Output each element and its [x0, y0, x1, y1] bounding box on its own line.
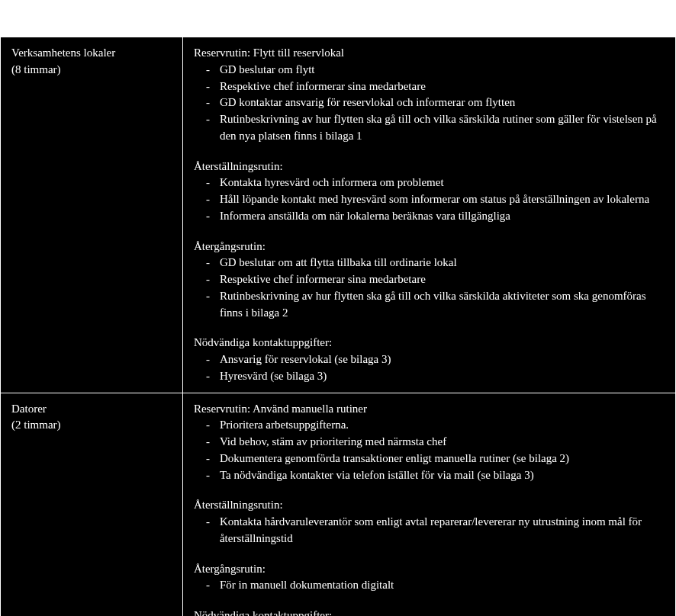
section-list: Prioritera arbetsuppgifterna.Vid behov, …	[194, 417, 665, 483]
list-item: Hyresvärd (se bilaga 3)	[194, 368, 665, 385]
table-row: Verksamhetens lokaler(8 timmar)Reservrut…	[1, 37, 676, 393]
list-item: För in manuell dokumentation digitalt	[194, 577, 665, 594]
section-list: Kontakta hårdvaruleverantör som enligt a…	[194, 514, 665, 547]
section-heading: Reservrutin: Flytt till reservlokal	[194, 45, 665, 62]
section-heading: Återställningsrutin:	[194, 159, 665, 175]
section-heading: Reservrutin: Använd manuella rutiner	[194, 401, 665, 418]
list-item: GD beslutar om flytt	[194, 62, 665, 79]
routine-section: Återgångsrutin:För in manuell dokumentat…	[194, 561, 665, 595]
section-heading: Återgångsrutin:	[194, 561, 665, 578]
list-item: Ta nödvändiga kontakter via telefon istä…	[194, 467, 665, 484]
list-item: Håll löpande kontakt med hyresvärd som i…	[194, 191, 665, 208]
list-item: Respektive chef informerar sina medarbet…	[194, 79, 665, 95]
section-list: Kontakta hyresvärd och informera om prob…	[194, 175, 665, 224]
list-item: Respektive chef informerar sina medarbet…	[194, 271, 665, 288]
section-list: Ansvarig för reservlokal (se bilaga 3)Hy…	[194, 351, 665, 385]
resource-cell: Verksamhetens lokaler(8 timmar)	[1, 37, 183, 393]
list-item: Dokumentera genomförda transaktioner enl…	[194, 451, 665, 467]
routine-section: Reservrutin: Flytt till reservlokalGD be…	[194, 45, 665, 145]
routine-section: Återställningsrutin:Kontakta hyresvärd o…	[194, 159, 665, 225]
list-item: GD kontaktar ansvarig för reservlokal oc…	[194, 95, 665, 111]
routines-cell: Reservrutin: Använd manuella rutinerPrio…	[182, 393, 675, 616]
routines-cell: Reservrutin: Flytt till reservlokalGD be…	[182, 37, 675, 393]
routine-section: Återställningsrutin:Kontakta hårdvarulev…	[194, 497, 665, 547]
table-body: Verksamhetens lokaler(8 timmar)Reservrut…	[1, 37, 676, 617]
routine-section: Återgångsrutin:GD beslutar om att flytta…	[194, 239, 665, 322]
resource-cell: Datorer(2 timmar)	[1, 393, 183, 616]
section-heading: Återställningsrutin:	[194, 497, 665, 514]
list-item: Vid behov, stäm av prioritering med närm…	[194, 434, 665, 451]
section-heading: Nödvändiga kontaktuppgifter:	[194, 335, 665, 351]
routine-section: Reservrutin: Använd manuella rutinerPrio…	[194, 401, 665, 484]
section-list: GD beslutar om flyttRespektive chef info…	[194, 62, 665, 145]
list-item: Kontakta hyresvärd och informera om prob…	[194, 175, 665, 191]
routines-table: Verksamhetens lokaler(8 timmar)Reservrut…	[0, 37, 676, 616]
list-item: Rutinbeskrivning av hur flytten ska gå t…	[194, 111, 665, 145]
section-list: GD beslutar om att flytta tillbaka till …	[194, 255, 665, 321]
table-row: Datorer(2 timmar)Reservrutin: Använd man…	[1, 393, 676, 616]
resource-label: Datorer	[11, 403, 47, 415]
list-item: Ansvarig för reservlokal (se bilaga 3)	[194, 351, 665, 368]
routine-section: Nödvändiga kontaktuppgifter:Viktiga intr…	[194, 608, 665, 616]
routine-section: Nödvändiga kontaktuppgifter:Ansvarig för…	[194, 335, 665, 384]
list-item: Kontakta hårdvaruleverantör som enligt a…	[194, 514, 665, 547]
list-item: Rutinbeskrivning av hur flytten ska gå t…	[194, 288, 665, 322]
section-heading: Nödvändiga kontaktuppgifter:	[194, 608, 665, 616]
list-item: Informera anställda om när lokalerna ber…	[194, 208, 665, 225]
list-item: Prioritera arbetsuppgifterna.	[194, 417, 665, 434]
resource-time: (2 timmar)	[11, 417, 172, 434]
list-item: GD beslutar om att flytta tillbaka till …	[194, 255, 665, 271]
header-blank-area	[0, 0, 676, 37]
section-list: För in manuell dokumentation digitalt	[194, 577, 665, 594]
resource-time: (8 timmar)	[11, 62, 172, 79]
resource-label: Verksamhetens lokaler	[11, 47, 115, 59]
section-heading: Återgångsrutin:	[194, 239, 665, 255]
